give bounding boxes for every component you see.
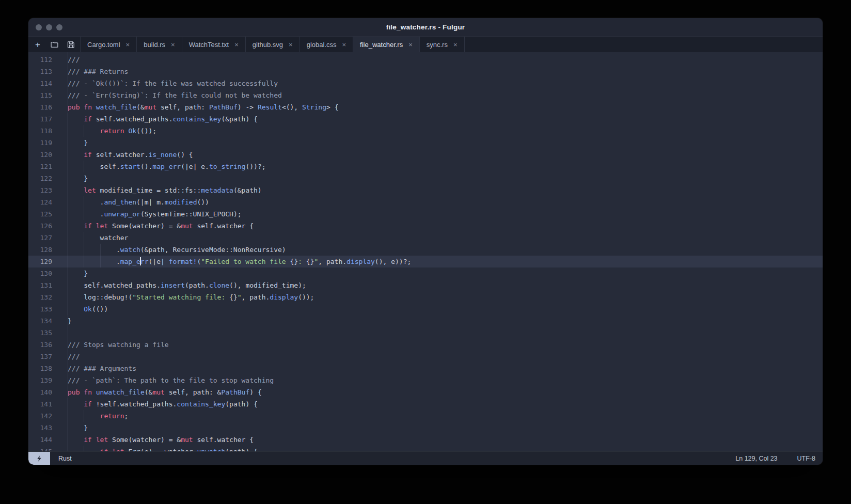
traffic-lights	[36, 18, 62, 36]
app-window: file_watcher.rs - Fulgur + Cargo.toml×bu…	[28, 18, 823, 465]
open-folder-button[interactable]	[46, 37, 62, 52]
indent-guide	[84, 410, 100, 422]
tab-close-icon[interactable]: ×	[126, 41, 130, 48]
code-line-131[interactable]: 131self.watched_paths.insert(path.clone(…	[28, 279, 823, 291]
tab-close-icon[interactable]: ×	[289, 41, 293, 48]
code-line-141[interactable]: 141if !self.watched_paths.contains_key(p…	[28, 398, 823, 410]
indent-guide	[68, 220, 84, 232]
code-line-125[interactable]: 125.unwrap_or(SystemTime::UNIX_EPOCH);	[28, 208, 823, 220]
code-line-128[interactable]: 128.watch(&path, RecursiveMode::NonRecur…	[28, 244, 823, 256]
close-window-button[interactable]	[36, 24, 42, 30]
code-text: if let Some(watcher) = &mut self.watcher…	[68, 434, 823, 446]
code-line-129[interactable]: 129.map_err(|e| format!("Failed to watch…	[28, 256, 823, 267]
line-number: 136	[28, 339, 68, 351]
code-line-120[interactable]: 120if self.watcher.is_none() {	[28, 149, 823, 161]
code-line-140[interactable]: 140pub fn unwatch_file(&mut self, path: …	[28, 386, 823, 398]
indent-guide	[68, 244, 84, 256]
code-line-119[interactable]: 119}	[28, 137, 823, 149]
code-text: self.watched_paths.insert(path.clone(), …	[68, 279, 823, 291]
code-text: if let Err(e) = watcher.unwatch(path) {	[68, 446, 823, 451]
code-line-123[interactable]: 123let modified_time = std::fs::metadata…	[28, 184, 823, 196]
line-number: 123	[28, 184, 68, 196]
code-line-130[interactable]: 130}	[28, 267, 823, 279]
line-number: 143	[28, 422, 68, 434]
code-text: /// Stops watching a file	[68, 339, 823, 351]
code-text: ///	[68, 54, 823, 66]
code-line-137[interactable]: 137///	[28, 351, 823, 363]
code-line-117[interactable]: 117if self.watched_paths.contains_key(&p…	[28, 113, 823, 125]
tab-WatchTest.txt[interactable]: WatchTest.txt×	[182, 37, 245, 52]
tab-sync.rs[interactable]: sync.rs×	[419, 37, 465, 52]
tab-label: Cargo.toml	[87, 41, 120, 49]
code-line-132[interactable]: 132log::debug!("Started watching file: {…	[28, 291, 823, 303]
zoom-window-button[interactable]	[56, 24, 62, 30]
tab-label: WatchTest.txt	[189, 41, 229, 49]
code-line-112[interactable]: 112///	[28, 54, 823, 66]
code-line-134[interactable]: 134}	[28, 315, 823, 327]
minimize-window-button[interactable]	[46, 24, 52, 30]
code-text: if self.watched_paths.contains_key(&path…	[68, 113, 823, 125]
line-number: 120	[28, 149, 68, 161]
code-editor[interactable]: 112///113/// ### Returns114/// - `Ok(())…	[28, 52, 823, 451]
indent-guide	[68, 184, 84, 196]
code-line-127[interactable]: 127watcher	[28, 232, 823, 244]
code-line-138[interactable]: 138/// ### Arguments	[28, 363, 823, 374]
code-line-139[interactable]: 139/// - `path`: The path to the file to…	[28, 374, 823, 386]
code-text: if let Some(watcher) = &mut self.watcher…	[68, 220, 823, 232]
code-line-116[interactable]: 116pub fn watch_file(&mut self, path: Pa…	[28, 101, 823, 113]
save-file-button[interactable]	[62, 37, 79, 52]
tab-file_watcher.rs[interactable]: file_watcher.rs×	[353, 37, 419, 52]
line-number: 135	[28, 327, 68, 339]
tab-Cargo.toml[interactable]: Cargo.toml×	[80, 37, 136, 52]
tab-close-icon[interactable]: ×	[234, 41, 239, 48]
tab-build.rs[interactable]: build.rs×	[136, 37, 182, 52]
code-line-145[interactable]: 145if let Err(e) = watcher.unwatch(path)…	[28, 446, 823, 451]
cursor-position: Ln 129, Col 23	[735, 455, 777, 462]
code-line-118[interactable]: 118return Ok(());	[28, 125, 823, 137]
tab-bar-empty-space	[465, 37, 823, 52]
code-line-113[interactable]: 113/// ### Returns	[28, 66, 823, 77]
code-text: /// - `Err(String)`: If the file could n…	[68, 89, 823, 101]
line-number: 127	[28, 232, 68, 244]
code-line-136[interactable]: 136/// Stops watching a file	[28, 339, 823, 351]
indent-guide	[68, 434, 84, 446]
line-number: 139	[28, 374, 68, 386]
line-number: 128	[28, 244, 68, 256]
tab-close-icon[interactable]: ×	[408, 41, 413, 48]
tab-close-icon[interactable]: ×	[342, 41, 346, 48]
code-line-121[interactable]: 121self.start().map_err(|e| e.to_string(…	[28, 161, 823, 172]
code-line-133[interactable]: 133Ok(())	[28, 303, 823, 315]
indent-guide	[84, 196, 100, 208]
code-line-126[interactable]: 126if let Some(watcher) = &mut self.watc…	[28, 220, 823, 232]
code-line-114[interactable]: 114/// - `Ok(())`: If the file was watch…	[28, 77, 823, 89]
code-line-135[interactable]: 135	[28, 327, 823, 339]
code-line-143[interactable]: 143}	[28, 422, 823, 434]
new-tab-button[interactable]: +	[29, 37, 46, 52]
line-number: 117	[28, 113, 68, 125]
line-number: 132	[28, 291, 68, 303]
tab-github.svg[interactable]: github.svg×	[245, 37, 300, 52]
encoding-indicator[interactable]: UTF-8	[797, 455, 815, 462]
indent-guide	[84, 208, 100, 220]
line-number: 119	[28, 137, 68, 149]
line-number: 124	[28, 196, 68, 208]
code-line-124[interactable]: 124.and_then(|m| m.modified())	[28, 196, 823, 208]
line-number: 116	[28, 101, 68, 113]
tab-global.css[interactable]: global.css×	[300, 37, 353, 52]
tab-close-icon[interactable]: ×	[453, 41, 458, 48]
code-text: }	[68, 422, 823, 434]
code-line-115[interactable]: 115/// - `Err(String)`: If the file coul…	[28, 89, 823, 101]
language-indicator[interactable]: Rust	[58, 455, 72, 462]
code-line-144[interactable]: 144if let Some(watcher) = &mut self.watc…	[28, 434, 823, 446]
line-number: 126	[28, 220, 68, 232]
code-text: ///	[68, 351, 823, 363]
code-line-122[interactable]: 122}	[28, 172, 823, 184]
code-line-142[interactable]: 142return;	[28, 410, 823, 422]
title-bar: file_watcher.rs - Fulgur	[28, 18, 823, 37]
line-number: 125	[28, 208, 68, 220]
tab-close-icon[interactable]: ×	[171, 41, 175, 48]
folder-icon	[50, 40, 59, 49]
status-bolt-chip[interactable]	[28, 452, 50, 465]
code-text: log::debug!("Started watching file: {}",…	[68, 291, 823, 303]
save-icon	[67, 40, 75, 49]
